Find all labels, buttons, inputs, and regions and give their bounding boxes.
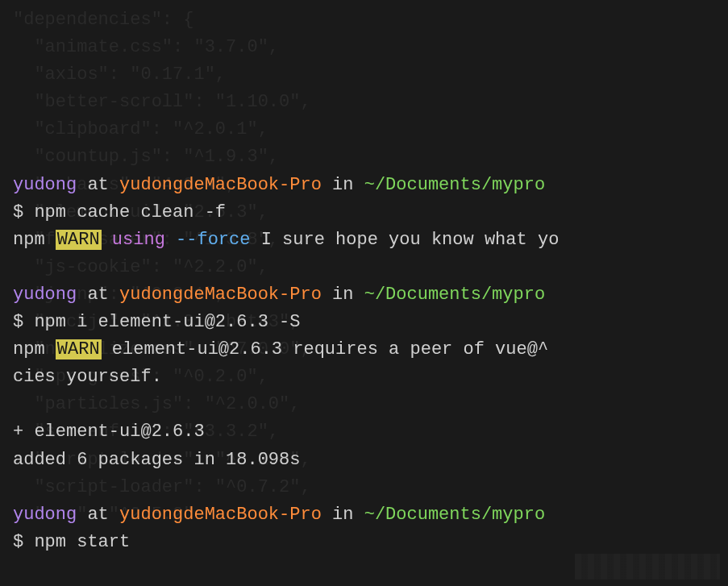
terminal-output[interactable]: yudong at yudongdeMacBook-Pro in ~/Docum… [13, 172, 715, 586]
prompt-at: at [77, 175, 119, 195]
prompt-user: yudong [13, 175, 77, 195]
command-line: $ npm cache clean -f [13, 199, 715, 227]
install-summary: added 6 packages in 18.098s [13, 450, 300, 470]
prompt-line: yudong at yudongdeMacBook-Pro in ~/Docum… [13, 172, 715, 199]
prompt-path: ~/Documents/mypro [364, 175, 545, 195]
bg-line: "dependencies": { [13, 10, 193, 30]
warn-message: I sure hope you know what yo [250, 230, 559, 250]
prompt-user: yudong [13, 505, 77, 525]
prompt-in: in [322, 505, 364, 525]
bg-line: "countup.js": "^1.9.3", [13, 147, 279, 167]
prompt-line: yudong at yudongdeMacBook-Pro in ~/Docum… [13, 501, 715, 529]
warn-line-continued: cies yourself. [13, 364, 715, 391]
prompt-host: yudongdeMacBook-Pro [119, 285, 322, 305]
prompt-symbol: $ [13, 312, 34, 332]
bg-line: "better-scroll": "1.10.0", [13, 92, 311, 112]
prompt-path: ~/Documents/mypro [364, 505, 545, 525]
watermark [575, 554, 720, 580]
warn-force-flag: --force [176, 230, 250, 250]
warn-message: element-ui@2.6.3 requires a peer of vue@… [102, 339, 549, 359]
warn-using: using [102, 230, 176, 250]
npm-prefix: npm [13, 339, 56, 359]
prompt-in: in [322, 175, 364, 195]
bg-line: "animate.css": "3.7.0", [13, 37, 279, 57]
install-result: + element-ui@2.6.3 [13, 422, 205, 442]
prompt-symbol: $ [13, 532, 34, 552]
command-line: $ npm i element-ui@2.6.3 -S [13, 309, 715, 336]
command-text: npm start [34, 532, 130, 552]
warn-line: npm WARN using --force I sure hope you k… [13, 227, 715, 254]
prompt-host: yudongdeMacBook-Pro [119, 175, 322, 195]
output-line: + element-ui@2.6.3 [13, 418, 715, 446]
blank-line [13, 474, 715, 501]
warn-message: cies yourself. [13, 367, 162, 387]
prompt-user: yudong [13, 285, 77, 305]
prompt-line: yudong at yudongdeMacBook-Pro in ~/Docum… [13, 281, 715, 309]
bg-line: "axios": "0.17.1", [13, 64, 226, 85]
blank-line [13, 254, 715, 281]
prompt-at: at [77, 285, 119, 305]
bg-line: "clipboard": "^2.0.1", [13, 119, 268, 139]
blank-line [13, 391, 715, 418]
prompt-in: in [322, 285, 364, 305]
prompt-path: ~/Documents/mypro [364, 285, 545, 305]
warn-badge: WARN [56, 230, 102, 250]
prompt-symbol: $ [13, 202, 34, 222]
prompt-host: yudongdeMacBook-Pro [119, 505, 322, 525]
warn-badge: WARN [56, 339, 102, 359]
prompt-at: at [77, 505, 119, 525]
warn-line: npm WARN element-ui@2.6.3 requires a pee… [13, 336, 715, 364]
command-text: npm cache clean -f [34, 202, 226, 222]
output-line: added 6 packages in 18.098s [13, 447, 715, 474]
npm-prefix: npm [13, 230, 56, 250]
command-line: $ npm start [13, 529, 715, 556]
command-text: npm i element-ui@2.6.3 -S [34, 312, 300, 332]
